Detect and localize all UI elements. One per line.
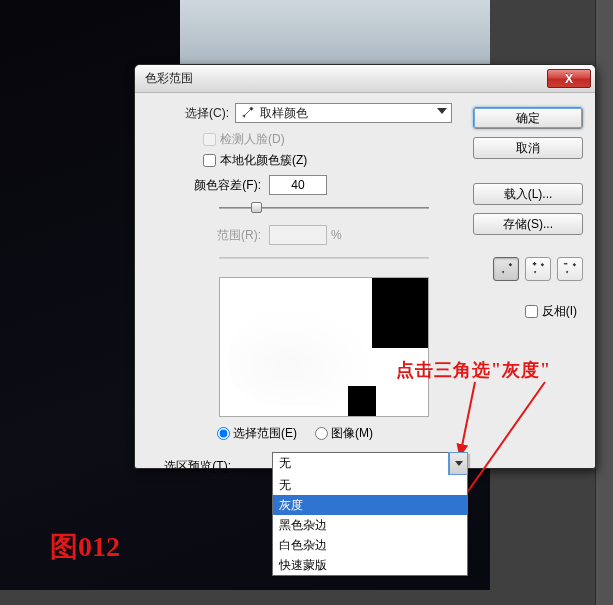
opt-4: 快速蒙版 [279,557,327,574]
ok-label: 确定 [516,110,540,127]
radio-selection-label: 选择范围(E) [233,425,297,442]
fuzziness-input[interactable] [269,175,327,195]
invert-label: 反相(I) [542,303,577,320]
radio-selection[interactable]: 选择范围(E) [217,425,297,442]
radio-image-input[interactable] [315,427,328,440]
range-input [269,225,327,245]
dropdown-display-value: 无 [279,455,291,472]
eyedropper-add-tool[interactable] [525,257,551,281]
eyedropper-tools [473,257,583,281]
dropdown-option-black-matte[interactable]: 黑色杂边 [273,515,467,535]
range-unit: % [331,228,342,242]
eyedropper-icon [499,262,513,276]
cancel-button[interactable]: 取消 [473,137,583,159]
eyedropper-icon [240,106,254,120]
save-button[interactable]: 存储(S)... [473,213,583,235]
select-row: 选择(C): 取样颜色 [147,103,452,123]
detect-faces-checkbox [203,133,216,146]
close-button[interactable]: X [547,69,591,88]
slider-thumb[interactable] [251,202,262,213]
preview-dropdown-open: 无 无 灰度 黑色杂边 白色杂边 快速蒙版 [272,452,468,576]
load-label: 载入(L)... [504,186,553,203]
chevron-down-icon [455,461,463,466]
select-dropdown[interactable]: 取样颜色 [235,103,452,123]
preview-mode-radios: 选择范围(E) 图像(M) [217,425,452,442]
eyedropper-plus-icon [531,262,545,276]
opt-0: 无 [279,477,291,494]
dropdown-option-none[interactable]: 无 [273,475,467,495]
dialog-titlebar[interactable]: 色彩范围 X [135,65,595,93]
cancel-label: 取消 [516,140,540,157]
range-label: 范围(R): [147,227,269,244]
invert-checkbox[interactable] [525,305,538,318]
chevron-down-icon [437,108,447,114]
fuzziness-slider[interactable] [219,201,429,215]
radio-selection-input[interactable] [217,427,230,440]
radio-image-label: 图像(M) [331,425,373,442]
localized-label: 本地化颜色簇(Z) [220,152,307,169]
annotation-instruction: 点击三角选"灰度" [396,358,551,382]
save-label: 存储(S)... [503,216,553,233]
ok-button[interactable]: 确定 [473,107,583,129]
range-slider [219,251,429,265]
fuzziness-label: 颜色容差(F): [147,177,269,194]
figure-label: 图012 [50,528,120,566]
selection-preview[interactable] [219,277,429,417]
dialog-title: 色彩范围 [145,70,193,87]
localized-row: 本地化颜色簇(Z) [203,152,452,169]
slider-track [219,257,429,259]
dropdown-option-grayscale[interactable]: 灰度 [273,495,467,515]
select-label: 选择(C): [147,105,235,122]
opt-1: 灰度 [279,497,303,514]
detect-faces-row: 检测人脸(D) [203,131,452,148]
select-value: 取样颜色 [260,105,308,122]
eyedropper-tool[interactable] [493,257,519,281]
opt-2: 黑色杂边 [279,517,327,534]
eyedropper-minus-icon [563,262,577,276]
load-button[interactable]: 载入(L)... [473,183,583,205]
app-right-panel [595,0,613,605]
invert-row: 反相(I) [473,303,583,320]
fuzziness-row: 颜色容差(F): [147,175,452,195]
dropdown-option-quick-mask[interactable]: 快速蒙版 [273,555,467,575]
preview-dark-region [372,278,428,348]
eyedropper-subtract-tool[interactable] [557,257,583,281]
localized-checkbox[interactable] [203,154,216,167]
preview-select-label: 选区预览(T): [157,458,237,475]
dropdown-trigger[interactable] [449,453,467,474]
radio-image[interactable]: 图像(M) [315,425,373,442]
left-column: 选择(C): 取样颜色 检测人脸(D) 本地化颜色簇(Z) 颜色容差(F): [147,103,452,475]
range-row: 范围(R): % [147,225,452,245]
preview-dark-region-2 [348,386,376,416]
right-column: 确定 取消 载入(L)... 存储(S)... 反相(I) [473,107,583,320]
dialog-body: 选择(C): 取样颜色 检测人脸(D) 本地化颜色簇(Z) 颜色容差(F): [135,93,595,468]
close-icon: X [565,72,573,86]
opt-3: 白色杂边 [279,537,327,554]
color-range-dialog: 色彩范围 X 选择(C): 取样颜色 检测人脸(D) [134,64,596,469]
detect-faces-label: 检测人脸(D) [220,131,285,148]
dropdown-option-white-matte[interactable]: 白色杂边 [273,535,467,555]
dropdown-display[interactable]: 无 [273,453,467,475]
